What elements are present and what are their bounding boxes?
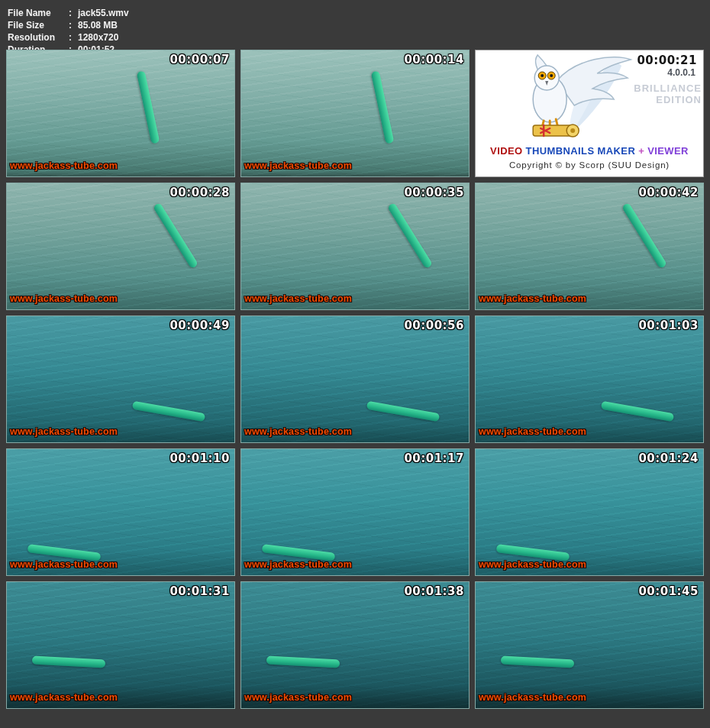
thumb-watermark: www.jackass-tube.com [10,160,118,171]
thumb-timestamp: 00:01:38 [404,584,464,598]
thumb-timestamp: 00:00:14 [404,53,464,66]
wave-texture [241,316,469,442]
thumbnail-sheet: { "header": { "separator": ":", "rows": … [0,0,710,728]
video-thumbnail[interactable]: 00:01:45 www.jackass-tube.com [475,581,704,709]
edition-line2: EDITION [656,94,702,105]
thumb-timestamp: 00:00:56 [404,319,464,332]
wave-texture [7,50,234,176]
thumb-timestamp: 00:01:17 [404,451,464,465]
wave-texture [476,449,703,575]
wave-texture [7,316,234,442]
video-thumbnail[interactable]: 00:00:42 www.jackass-tube.com [475,183,704,310]
video-thumbnail[interactable]: 00:01:31 www.jackass-tube.com [6,581,235,709]
wave-texture [241,183,469,309]
file-size-label: File Size [8,19,69,31]
video-thumbnail[interactable]: 00:00:56 www.jackass-tube.com [240,315,470,443]
thumb-timestamp: 00:01:10 [169,451,230,465]
panel-timestamp: 00:00:21 [637,53,697,67]
thumb-watermark: www.jackass-tube.com [10,426,118,437]
thumb-watermark: www.jackass-tube.com [479,559,586,570]
app-title-thumbnails-maker: THUMBNAILS MAKER [526,145,636,157]
thumb-timestamp: 00:00:49 [169,319,230,332]
thumb-timestamp: 00:00:35 [404,186,464,199]
thumb-watermark: www.jackass-tube.com [479,692,586,703]
branding-panel: 00:00:21 4.0.0.1 BRILLIANCE EDITION VIDE… [475,50,704,177]
thumb-watermark: www.jackass-tube.com [244,559,352,570]
thumb-timestamp: 00:00:28 [169,186,230,199]
resolution-row: Resolution : 1280x720 [8,31,710,44]
file-name-label: File Name [8,7,69,19]
thumb-timestamp: 00:00:42 [638,186,699,199]
separator: : [69,19,78,31]
thumbnail-grid: 00:00:07 www.jackass-tube.com 00:00:14 w… [0,50,710,715]
file-name-value: jack55.wmv [78,7,129,19]
app-version: 4.0.0.1 [667,67,695,78]
app-title: VIDEO THUMBNAILS MAKER + VIEWER [476,145,703,157]
separator: : [69,7,78,19]
video-thumbnail[interactable]: 00:01:24 www.jackass-tube.com [475,448,704,576]
thumb-timestamp: 00:00:07 [169,53,230,66]
thumb-watermark: www.jackass-tube.com [244,293,352,304]
copyright-line: Copyright © by Scorp (SUU Design) [476,160,703,170]
thumb-watermark: www.jackass-tube.com [10,559,118,570]
wave-texture [241,449,469,575]
thumb-timestamp: 00:01:31 [169,584,230,598]
app-title-video: VIDEO [490,145,522,157]
thumb-timestamp: 00:01:45 [638,584,699,598]
video-thumbnail[interactable]: 00:01:38 www.jackass-tube.com [240,581,470,709]
wave-texture [476,316,703,442]
wave-texture [7,449,234,575]
wave-texture [241,50,469,176]
app-title-viewer: VIEWER [647,145,689,157]
thumb-watermark: www.jackass-tube.com [10,692,118,703]
video-thumbnail[interactable]: 00:00:07 www.jackass-tube.com [6,50,235,177]
wave-texture [7,183,234,309]
app-title-plus: + [638,145,644,157]
thumb-watermark: www.jackass-tube.com [479,293,586,304]
file-info-header: File Name : jack55.wmv File Size : 85.08… [0,0,710,50]
thumb-watermark: www.jackass-tube.com [244,426,352,437]
thumb-watermark: www.jackass-tube.com [479,426,586,437]
video-thumbnail[interactable]: 00:01:03 www.jackass-tube.com [475,315,704,443]
wave-texture [476,183,703,309]
video-thumbnail[interactable]: 00:00:35 www.jackass-tube.com [240,183,470,310]
thumb-watermark: www.jackass-tube.com [244,160,352,171]
thumb-watermark: www.jackass-tube.com [244,692,352,703]
thumb-timestamp: 00:01:24 [638,451,699,465]
wave-texture [241,582,469,708]
video-thumbnail[interactable]: 00:00:14 www.jackass-tube.com [240,50,470,177]
separator: : [69,31,78,44]
video-thumbnail[interactable]: 00:00:28 www.jackass-tube.com [6,183,235,310]
owl-logo-icon [499,52,644,145]
resolution-label: Resolution [8,31,69,44]
video-thumbnail[interactable]: 00:01:17 www.jackass-tube.com [240,448,470,576]
edition-label: BRILLIANCE EDITION [634,83,702,105]
resolution-value: 1280x720 [78,31,118,44]
wave-texture [476,582,703,708]
edition-line1: BRILLIANCE [634,83,702,94]
thumb-watermark: www.jackass-tube.com [10,293,118,304]
wave-texture [7,582,234,708]
video-thumbnail[interactable]: 00:01:10 www.jackass-tube.com [6,448,235,576]
video-thumbnail[interactable]: 00:00:49 www.jackass-tube.com [6,315,235,443]
file-size-row: File Size : 85.08 MB [8,19,710,31]
thumb-timestamp: 00:01:03 [638,319,699,332]
file-size-value: 85.08 MB [78,19,118,31]
file-name-row: File Name : jack55.wmv [8,7,710,19]
